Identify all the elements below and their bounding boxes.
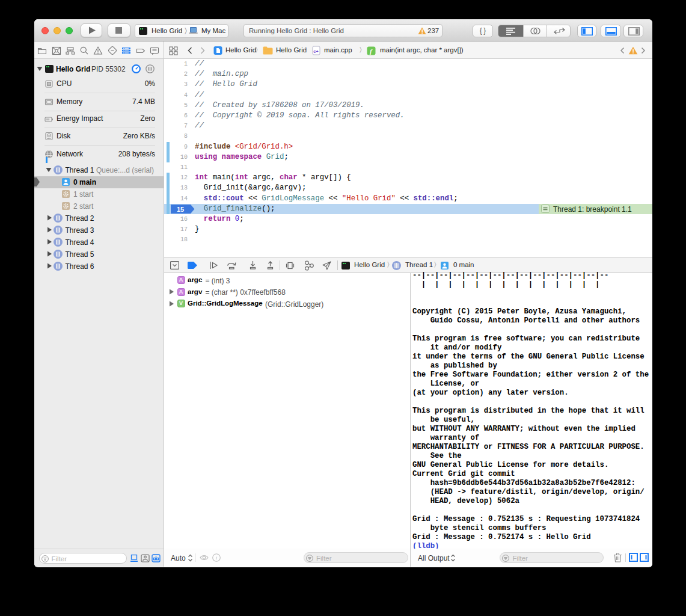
- svg-text:i: i: [216, 555, 218, 561]
- svg-text:c+: c+: [313, 49, 319, 54]
